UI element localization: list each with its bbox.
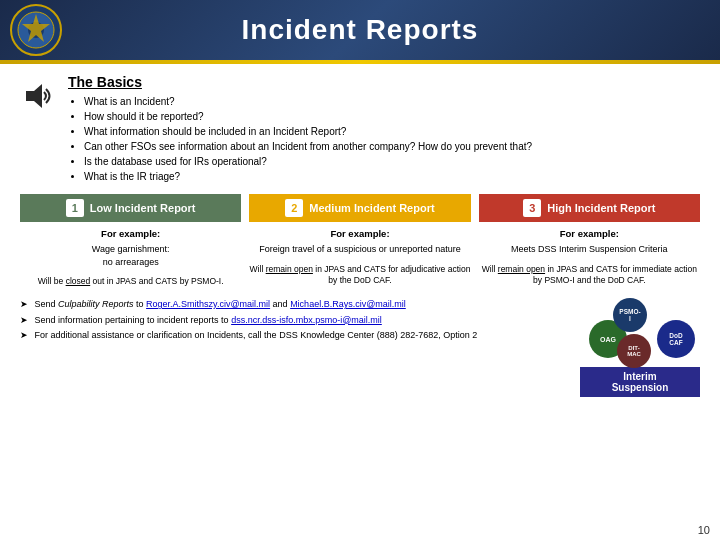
bottom-section: ➤ Send Culpability Reports to Roger.A.Sm… (20, 298, 700, 397)
culpability-link-1[interactable]: Roger.A.Smithszy.civ@mail.mil (146, 299, 270, 309)
svg-marker-4 (26, 84, 42, 108)
circle-psmo: PSMO-I (613, 298, 647, 332)
main-content: The Basics What is an Incident?How shoul… (0, 64, 720, 407)
col-3-header: 3 High Incident Report (479, 194, 700, 222)
basics-list-item: Can other FSOs see information about an … (84, 139, 532, 154)
page-title: Incident Reports (242, 14, 479, 46)
column-high: 3 High Incident Report For example: Meet… (479, 194, 700, 288)
col-1-action: Will be closed out in JPAS and CATS by P… (38, 276, 224, 288)
arrow-icon-1: ➤ (20, 299, 28, 309)
bottom-item-2: ➤ Send information pertaining to inciden… (20, 314, 570, 327)
col-3-label: High Incident Report (547, 202, 655, 214)
col-2-label: Medium Incident Report (309, 202, 434, 214)
logo (10, 4, 62, 56)
arrow-icon-2: ➤ (20, 315, 28, 325)
basics-heading: The Basics (68, 74, 532, 90)
col-1-detail: Wage garnishment:no arrearages (92, 243, 170, 268)
culpability-link-2[interactable]: Michael.B.Rays.civ@mail.mil (290, 299, 406, 309)
col-2-header: 2 Medium Incident Report (249, 194, 470, 222)
basics-list-item: What is an Incident? (84, 94, 532, 109)
col-3-action: Will remain open in JPAS and CATS for im… (479, 264, 700, 288)
column-medium: 2 Medium Incident Report For example: Fo… (249, 194, 470, 288)
col-3-num: 3 (523, 199, 541, 217)
basics-list-item: What is the IR triage? (84, 169, 532, 184)
basics-list-item: Is the database used for IRs operational… (84, 154, 532, 169)
col-3-detail: Meets DSS Interim Suspension Criteria (511, 243, 668, 256)
col-1-label: Low Incident Report (90, 202, 196, 214)
col-3-example-heading: For example: (560, 228, 619, 239)
circle-ditmac: DIT-MAC (617, 334, 651, 368)
incident-link[interactable]: dss.ncr.dss-isfo.mbx.psmo-i@mail.mil (231, 315, 382, 325)
page-number: 10 (698, 524, 710, 536)
interim-suspension-box: PSMO-I OAG DoDCAF DIT-MAC InterimSuspens… (580, 298, 700, 397)
col-2-detail: Foreign travel of a suspicious or unrepo… (259, 243, 461, 256)
basics-list: What is an Incident?How should it be rep… (68, 94, 532, 184)
column-low: 1 Low Incident Report For example: Wage … (20, 194, 241, 288)
page-header: Incident Reports (0, 0, 720, 60)
speaker-icon (20, 78, 56, 118)
bottom-links: ➤ Send Culpability Reports to Roger.A.Sm… (20, 298, 570, 345)
col-2-num: 2 (285, 199, 303, 217)
interim-circles-diagram: PSMO-I OAG DoDCAF DIT-MAC (585, 298, 695, 363)
col-2-example-heading: For example: (330, 228, 389, 239)
col-1-header: 1 Low Incident Report (20, 194, 241, 222)
circle-dod: DoDCAF (657, 320, 695, 358)
col-1-example-heading: For example: (101, 228, 160, 239)
columns-container: 1 Low Incident Report For example: Wage … (20, 194, 700, 288)
basics-list-item: What information should be included in a… (84, 124, 532, 139)
col-1-num: 1 (66, 199, 84, 217)
basics-section: The Basics What is an Incident?How shoul… (20, 74, 700, 184)
basics-list-item: How should it be reported? (84, 109, 532, 124)
bottom-item-1: ➤ Send Culpability Reports to Roger.A.Sm… (20, 298, 570, 311)
arrow-icon-3: ➤ (20, 330, 28, 340)
bottom-item-3: ➤ For additional assistance or clarifica… (20, 329, 570, 342)
basics-text: The Basics What is an Incident?How shoul… (68, 74, 532, 184)
col-2-action: Will remain open in JPAS and CATS for ad… (249, 264, 470, 288)
interim-label: InterimSuspension (580, 367, 700, 397)
